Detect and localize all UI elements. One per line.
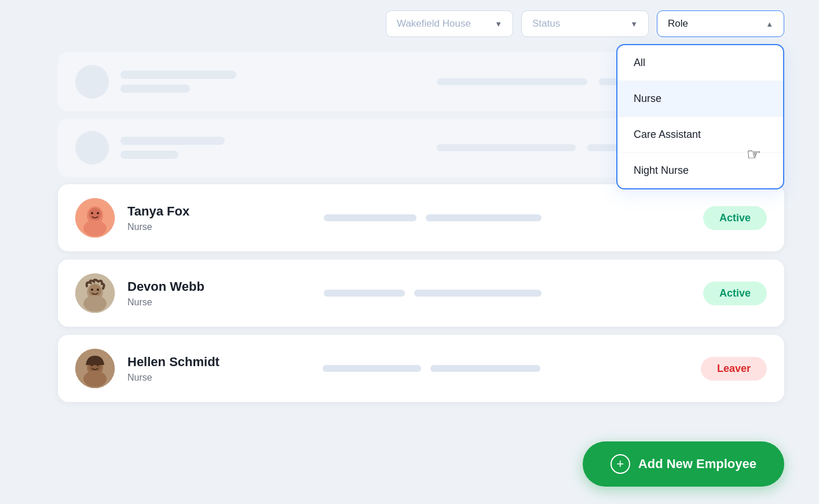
filter-bar: Wakefield House ▼ Status ▼ Role ▲	[0, 0, 819, 48]
location-filter-label: Wakefield House	[397, 18, 471, 30]
add-icon: +	[610, 454, 630, 474]
svg-point-10	[91, 288, 93, 291]
status-chevron-icon: ▼	[630, 20, 638, 28]
employee-info-hellen-schmidt: Hellen Schmidt Nurse	[127, 355, 310, 383]
dropdown-item-care-assistant[interactable]: Care Assistant	[617, 117, 783, 153]
skeleton-avatar-2	[75, 131, 109, 165]
svg-point-11	[97, 288, 99, 291]
svg-point-2	[89, 208, 101, 221]
skeleton-line	[120, 71, 236, 79]
status-badge-devon-webb: Active	[703, 282, 767, 305]
info-lines-hellen	[323, 365, 688, 372]
info-line	[323, 365, 421, 372]
skeleton-line	[437, 78, 587, 85]
page-background: Wakefield House ▼ Status ▼ Role ▲	[0, 0, 819, 504]
svg-point-5	[97, 212, 99, 214]
info-line	[414, 290, 542, 297]
role-filter-dropdown[interactable]: Role ▲	[657, 10, 784, 37]
skeleton-line	[120, 85, 190, 93]
info-lines-tanya	[324, 214, 690, 221]
status-badge-hellen-schmidt: Leaver	[701, 357, 767, 381]
employee-role-devon-webb: Nurse	[127, 297, 311, 308]
svg-point-3	[83, 220, 107, 236]
dropdown-item-all[interactable]: All	[617, 45, 783, 81]
dropdown-item-night-nurse[interactable]: Night Nurse	[617, 153, 783, 188]
skeleton-line	[120, 137, 225, 145]
status-badge-tanya-fox: Active	[703, 206, 767, 230]
location-chevron-icon: ▼	[495, 20, 502, 28]
info-line	[324, 290, 405, 297]
avatar-hellen-schmidt	[75, 349, 115, 388]
employee-name-tanya-fox: Tanya Fox	[127, 204, 311, 219]
skeleton-info-2	[120, 137, 425, 159]
status-filter-label: Status	[532, 18, 560, 30]
employee-role-hellen-schmidt: Nurse	[127, 372, 310, 383]
svg-point-15	[83, 371, 107, 387]
add-employee-label: Add New Employee	[638, 456, 756, 472]
avatar-devon-webb	[75, 273, 115, 313]
employee-card-hellen-schmidt[interactable]: Hellen Schmidt Nurse Leaver	[58, 335, 784, 402]
dropdown-item-nurse[interactable]: Nurse	[617, 81, 783, 117]
svg-point-8	[89, 284, 101, 297]
info-line	[430, 365, 540, 372]
svg-point-9	[83, 295, 107, 312]
skeleton-info-1	[120, 71, 425, 93]
employee-name-devon-webb: Devon Webb	[127, 279, 311, 294]
location-filter-dropdown[interactable]: Wakefield House ▼	[386, 10, 513, 37]
role-dropdown-menu: All Nurse Care Assistant Night Nurse	[616, 44, 784, 189]
info-line	[324, 214, 416, 221]
employee-role-tanya-fox: Nurse	[127, 222, 311, 232]
skeleton-line	[120, 151, 178, 159]
role-chevron-icon: ▲	[766, 20, 773, 28]
add-new-employee-button[interactable]: + Add New Employee	[583, 441, 784, 487]
employee-card-tanya-fox[interactable]: Tanya Fox Nurse Active	[58, 184, 784, 251]
status-filter-dropdown[interactable]: Status ▼	[521, 10, 649, 37]
employee-name-hellen-schmidt: Hellen Schmidt	[127, 355, 310, 370]
skeleton-avatar-1	[75, 65, 109, 98]
svg-point-4	[91, 212, 93, 214]
employee-info-tanya-fox: Tanya Fox Nurse	[127, 204, 311, 232]
skeleton-line	[437, 144, 576, 151]
role-filter-label: Role	[668, 18, 688, 30]
info-line	[426, 214, 542, 221]
avatar-tanya-fox	[75, 198, 115, 238]
employee-info-devon-webb: Devon Webb Nurse	[127, 279, 311, 308]
employee-card-devon-webb[interactable]: Devon Webb Nurse Active	[58, 260, 784, 327]
info-lines-devon	[324, 290, 690, 297]
